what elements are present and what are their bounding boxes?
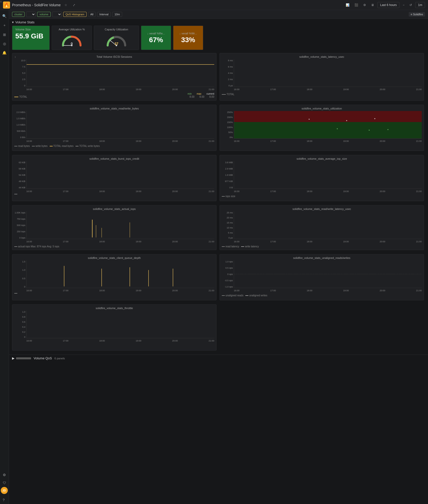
cluster-select[interactable]: [26, 12, 36, 17]
iscsi-y-axis: 10.0 7.5 5.0 2.5 0: [14, 59, 26, 87]
top-bar-left: 🔥 Prometheus - SolidFire Volume ☆ ⤤: [3, 2, 77, 9]
interval-value[interactable]: 10m: [112, 12, 122, 17]
qos-histogram-btn[interactable]: QoS Histogram: [63, 12, 87, 17]
main-content: cluster volume QoS Histogram All Interva…: [9, 10, 428, 362]
queue-x-axis: 16:00 17:00 18:00 19:00 20:00 21:00: [26, 288, 214, 293]
util-y-axis: 250% 200% 150% 100% 50% 0%: [222, 111, 234, 139]
iscsi-chart-inner: [26, 59, 214, 87]
qos-color-indicator: [16, 357, 31, 359]
avg-iop-x-axis: 16:00 17:00 18:00 19:00 20:00 21:00: [234, 189, 422, 194]
avg-iop-chart-area: 3.8 MiB 2.9 MiB 1.9 MiB 977 KiB 0 B 16:0: [222, 161, 422, 194]
svg-text:37: 37: [114, 42, 118, 46]
queue-chart-inner: [26, 260, 214, 288]
unaligned-chart-title: solidfire_volume_stats_unaligned_reads/w…: [222, 256, 422, 259]
queue-chart-title: solidfire_volume_stats_client_queue_dept…: [14, 256, 214, 259]
volume-label: volume: [37, 12, 50, 17]
actual-iops-x-axis: 16:00 17:00 18:00 19:00 20:00 21:00: [26, 239, 214, 244]
iscsi-x-axis: 16:00 17:00 18:00 19:00 20:00 21:00: [26, 87, 214, 92]
share-button[interactable]: ⤤: [71, 2, 77, 8]
volume-stats-header[interactable]: ▾ Volume Stats: [9, 19, 428, 26]
filter-bar: cluster volume QoS Histogram All Interva…: [9, 10, 428, 19]
util-x-axis: 16:00 17:00 18:00 19:00 20:00 21:00: [234, 139, 422, 144]
svg-point-10: [346, 120, 347, 121]
all-btn[interactable]: All: [88, 12, 96, 17]
latency-legend: TOTAL: [222, 93, 422, 96]
cap-util-card: Capacity Utilization 37: [94, 26, 139, 50]
unaligned-chart-inner: [234, 260, 422, 288]
qos-collapse-icon: ▶: [12, 356, 15, 360]
star-button[interactable]: ☆: [63, 2, 69, 8]
svg-point-9: [309, 119, 310, 120]
latency-chart-area: 8 ms 6 ms 4 ms 2 ms 0 µs 16:00: [222, 59, 422, 92]
chart-row-2: ℹ solidfire_volume_stats_read/write_byte…: [12, 105, 425, 153]
sidebar-icon-target[interactable]: ◎: [1, 40, 8, 48]
settings-icon-btn[interactable]: ⚙: [362, 2, 368, 8]
iscsi-stats-header: min max current: [14, 92, 214, 95]
avg-util-label: Average Utilization %: [55, 28, 89, 31]
latency-chart-title: solidfire_volume_stats_latency_usec: [222, 55, 422, 58]
chart-row-5: ℹ solidfire_volume_stats_client_queue_de…: [12, 254, 425, 302]
throttle-legend: [14, 343, 214, 348]
time-range-btn[interactable]: Last 6 hours: [377, 2, 399, 8]
unaligned-chart-area: 1.0 ops 0.5 ops 0 ops -0.5 ops -1.0 ops: [222, 260, 422, 293]
cap-util-label: Capacity Utilization: [97, 28, 136, 31]
monitor-icon-btn[interactable]: 🖥: [369, 2, 376, 8]
readwrite-svg: [27, 111, 214, 138]
overall-write-card: ↓ verall %Wr... 33%: [173, 26, 203, 50]
svg-text:0: 0: [71, 42, 73, 46]
qos-section-title: Volume QoS: [34, 356, 52, 360]
top-bar: 🔥 Prometheus - SolidFire Volume ☆ ⤤ 📊 ⬛ …: [0, 0, 428, 10]
collapse-icon: ▾: [12, 20, 14, 24]
unaligned-y-axis: 1.0 ops 0.5 ops 0 ops -0.5 ops -1.0 ops: [222, 260, 234, 288]
throttle-x-axis: 16:00 17:00 18:00 19:00 20:00 21:00: [26, 338, 214, 343]
actual-iops-svg: [27, 211, 214, 239]
chart-row-4: ℹ solidfire_volume_stats_actual_iops 1.0…: [12, 205, 425, 252]
queue-svg: [27, 260, 214, 288]
avg-util-svg: 0: [60, 33, 83, 47]
readwrite-chart-inner: [26, 111, 214, 139]
chart-icon-btn[interactable]: 📊: [344, 2, 351, 8]
write-latency-chart-inner: [234, 211, 422, 239]
volume-size-value: 55.9 GiB: [15, 32, 46, 40]
sidebar-icon-grid[interactable]: ⊞: [1, 31, 8, 39]
refresh-btn[interactable]: ↺: [408, 2, 414, 8]
queue-legend: [14, 293, 214, 298]
volume-select[interactable]: [52, 12, 62, 17]
util-chart-area: 250% 200% 150% 100% 50% 0%: [222, 111, 422, 144]
write-latency-chart-area: 25 ms 20 ms 15 ms 10 ms 5 ms 0 µs 16:00: [222, 211, 422, 244]
avg-iop-panel: ℹ solidfire_volume_stats_average_iop_siz…: [220, 155, 424, 201]
utilization-panel: ℹ solidfire_volume_stats_utilization 250…: [220, 105, 424, 151]
solidfire-badge: ≡ Solidfire: [409, 12, 425, 17]
display-icon-btn[interactable]: ⬛: [353, 2, 360, 8]
throttle-svg: [27, 311, 214, 338]
latency-x-axis: 16:00 17:00 18:00 19:00 20:00 21:00: [234, 87, 422, 92]
avg-iop-chart-title: solidfire_volume_stats_average_iop_size: [222, 157, 422, 160]
actual-iops-legend-text: actual iops Max: 874 iops Avg: 5 iops: [18, 245, 59, 248]
avg-util-gauge: 0: [55, 32, 89, 48]
cap-util-svg: 37: [105, 33, 128, 47]
interval-btn[interactable]: 1m: [415, 2, 425, 8]
svg-point-13: [369, 130, 370, 131]
throttle-chart-inner: [26, 311, 214, 338]
write-latency-legend: read latency write latency: [222, 245, 422, 248]
burst-chart-area: 63 KiB 59 KiB 54 KiB 49 KiB 44 KiB 16:00: [14, 161, 214, 194]
sidebar-icon-search[interactable]: 🔍: [0, 12, 9, 20]
throttle-y-axis: 1.0 0.8 0.6 0.4 0.2 0: [14, 311, 26, 338]
cluster-label: cluster: [12, 12, 25, 17]
actual-iops-y-axis: 1.00K iops 750 iops 500 iops 250 iops 0 …: [14, 211, 26, 239]
volume-qos-header[interactable]: ▶ Volume QoS 6 panels: [9, 355, 428, 362]
burst-svg: [27, 161, 214, 189]
chart-row-3: ℹ solidfire_volume_stats_burst_iops_cred…: [12, 155, 425, 203]
iscsi-stats-row: TOTAL 8.00 8.00 8.00: [14, 95, 214, 98]
throttle-panel: ℹ solidfire_volume_stats_throttle 1.0 0.…: [12, 304, 217, 351]
burst-x-axis: 16:00 17:00 18:00 19:00 20:00 21:00: [26, 189, 214, 194]
volume-size-card: Volume Size 55.9 GiB: [12, 26, 50, 50]
zoom-out-btn[interactable]: −: [401, 2, 406, 8]
latency-legend-line: [222, 94, 226, 95]
overall-read-card: ↓ verall %Re... 67%: [141, 26, 171, 50]
unaligned-panel: ℹ solidfire_volume_stats_unaligned_reads…: [220, 254, 424, 300]
iscsi-info-icon[interactable]: ℹ: [15, 56, 16, 58]
sidebar-icon-bell[interactable]: 🔔: [0, 49, 9, 57]
sidebar-icon-add[interactable]: ＋: [1, 21, 8, 30]
overall-read-label: ↓ verall %Re...: [147, 32, 165, 35]
